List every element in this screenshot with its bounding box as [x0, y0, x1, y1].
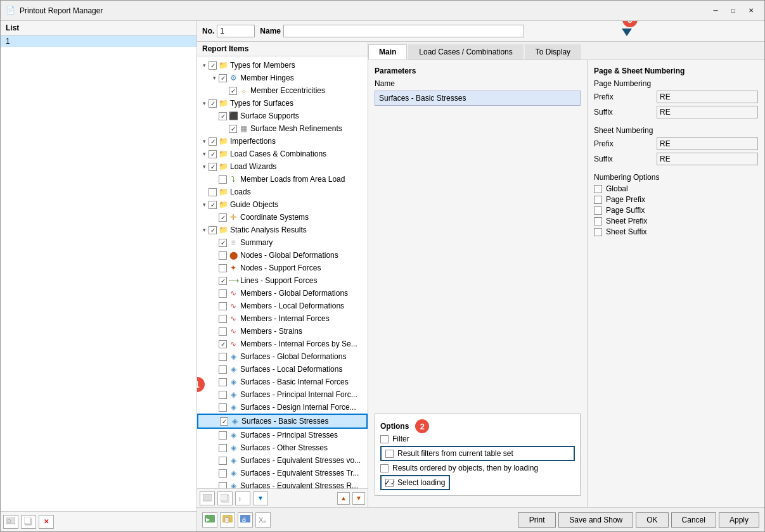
tree-checkbox[interactable] — [219, 315, 227, 323]
ok-button[interactable]: OK — [636, 512, 668, 528]
tree-checkbox[interactable] — [219, 469, 227, 478]
tree-checkbox[interactable] — [219, 277, 227, 285]
tree-item[interactable]: ▾ ⟶ Lines - Support Forces — [197, 274, 368, 287]
tree-item[interactable]: ▾ 📁 Types for Members — [197, 59, 368, 72]
tree-item[interactable]: ▾ ⬦ Member Eccentricities — [197, 84, 368, 97]
expand-icon[interactable]: ▾ — [200, 137, 209, 146]
tree-item[interactable]: ▾ ✦ Nodes - Support Forces — [197, 262, 368, 274]
toolbar-icon-2[interactable]: 📋 — [220, 512, 235, 528]
global-checkbox[interactable] — [594, 185, 602, 193]
filter-checkbox[interactable] — [380, 435, 389, 443]
results-ordered-checkbox[interactable] — [380, 464, 389, 472]
surfaces-basic-stresses-item[interactable]: ▾ ◈ Surfaces - Basic Stresses — [197, 414, 368, 429]
tree-item[interactable]: ▾ ◈ Surfaces - Design Internal Force... — [197, 401, 368, 414]
tree-item[interactable]: ▾ 📁 Guide Objects — [197, 198, 368, 211]
select-loading-checkbox[interactable]: ✓ — [385, 479, 394, 487]
tree-item[interactable]: ▾ ∿ Members - Local Deformations — [197, 300, 368, 312]
tree-item[interactable]: ▾ 📁 Static Analysis Results — [197, 224, 368, 236]
expand-icon[interactable]: ▾ — [200, 99, 209, 108]
tree-checkbox[interactable] — [209, 226, 217, 234]
print-button[interactable]: Print — [518, 512, 556, 528]
sheet-suffix-input[interactable] — [657, 153, 758, 165]
tree-item[interactable]: ▾ 📁 Imperfections — [197, 135, 368, 148]
sheet-suffix-checkbox[interactable] — [594, 228, 602, 236]
copy-list-button[interactable] — [21, 515, 36, 529]
tree-body[interactable]: 1 ▾ 📁 Types for Members ▾ — [197, 56, 368, 488]
tree-item[interactable]: ▾ ∿ Members - Internal Forces by Se... — [197, 338, 368, 350]
tree-checkbox[interactable] — [219, 175, 227, 184]
delete-list-button[interactable]: ✕ — [39, 515, 54, 529]
sheet-prefix-checkbox[interactable] — [594, 217, 602, 225]
tree-item[interactable]: ▾ ◈ Surfaces - Equivalent Stresses vo... — [197, 454, 368, 467]
tree-item[interactable]: ▾ ⚙ Member Hinges — [197, 72, 368, 84]
tree-checkbox[interactable] — [209, 188, 217, 196]
add-tree-button[interactable] — [200, 491, 215, 505]
toolbar-icon-4[interactable]: Xₐ — [255, 512, 271, 528]
expand-icon[interactable]: ▾ — [200, 225, 209, 234]
tree-item[interactable]: ▾ 📁 Load Wizards — [197, 160, 368, 173]
tree-item[interactable]: ▾ 📁 Types for Surfaces — [197, 97, 368, 110]
tree-checkbox[interactable] — [219, 391, 227, 399]
tree-checkbox[interactable] — [219, 340, 227, 348]
tree-item[interactable]: ▾ 📁 Load Cases & Combinations — [197, 148, 368, 160]
tree-checkbox[interactable] — [219, 289, 227, 298]
copy-tree-button[interactable] — [217, 491, 233, 505]
tree-checkbox[interactable] — [219, 365, 227, 374]
maximize-button[interactable]: □ — [725, 5, 742, 16]
move-up-button[interactable]: ▲ — [337, 492, 350, 505]
tree-checkbox[interactable] — [219, 482, 227, 489]
tree-checkbox[interactable] — [219, 302, 227, 310]
tree-item[interactable]: ▾ ∿ Members - Strains — [197, 325, 368, 338]
tree-item[interactable]: ▾ ◈ Surfaces - Basic Internal Forces — [197, 376, 368, 388]
tree-checkbox[interactable] — [219, 327, 227, 336]
close-button[interactable]: ✕ — [743, 5, 759, 16]
result-filters-row[interactable]: Result filters from current table set — [380, 446, 575, 461]
page-prefix-checkbox[interactable] — [594, 196, 602, 204]
tree-item[interactable]: ▾ ∿ Members - Global Deformations — [197, 287, 368, 300]
expand-icon[interactable]: ▾ — [200, 61, 209, 70]
tree-item[interactable]: ▾ ◈ Surfaces - Equivalent Stresses Tr... — [197, 467, 368, 479]
tree-checkbox[interactable] — [229, 87, 237, 95]
tree-checkbox[interactable] — [219, 403, 227, 412]
tree-checkbox[interactable] — [219, 457, 227, 465]
tree-checkbox[interactable] — [219, 213, 227, 222]
save-show-button[interactable]: Save and Show — [558, 512, 633, 528]
tree-item[interactable]: ▾ ▦ Surface Mesh Refinements — [197, 122, 368, 135]
tree-item[interactable]: ▾ ◈ Surfaces - Principal Internal Forc..… — [197, 388, 368, 401]
tree-checkbox[interactable] — [229, 125, 237, 133]
list-item[interactable]: 1 — [1, 35, 196, 47]
expand-icon[interactable]: ▾ — [210, 73, 219, 82]
sheet-prefix-input[interactable] — [657, 137, 758, 150]
tree-checkbox[interactable] — [220, 417, 228, 426]
tab-load-cases[interactable]: Load Cases / Combinations — [408, 44, 523, 60]
tree-checkbox[interactable] — [209, 61, 217, 70]
sort-tree-button[interactable]: ↕ — [235, 491, 250, 505]
tree-item[interactable]: ▾ ⬛ Surface Supports — [197, 110, 368, 122]
expand-icon[interactable]: ▾ — [200, 149, 209, 158]
tree-checkbox[interactable] — [219, 431, 227, 440]
filter-tree-button[interactable]: ▼ — [253, 491, 268, 505]
tree-item[interactable]: ▾ ◈ Surfaces - Local Deformations — [197, 363, 368, 376]
tree-item[interactable]: ▾ 📁 Loads — [197, 186, 368, 198]
tree-checkbox[interactable] — [219, 353, 227, 361]
apply-button[interactable]: Apply — [719, 512, 759, 528]
tree-item[interactable]: ▾ ◈ Surfaces - Global Deformations — [197, 350, 368, 363]
tree-item[interactable]: ▾ ≡ Summary — [197, 236, 368, 249]
tree-checkbox[interactable] — [209, 201, 217, 209]
page-prefix-input[interactable] — [657, 91, 758, 103]
no-input[interactable] — [217, 25, 255, 37]
toolbar-icon-3[interactable]: 🖨 — [238, 512, 253, 528]
expand-icon[interactable]: ▾ — [200, 200, 209, 209]
tree-item[interactable]: ▾ ⬤ Nodes - Global Deformations — [197, 249, 368, 262]
name-input[interactable] — [283, 25, 524, 37]
tree-item[interactable]: ▾ ⤵ Member Loads from Area Load — [197, 173, 368, 186]
tree-checkbox[interactable] — [209, 99, 217, 108]
add-list-button[interactable]: □ — [3, 515, 18, 529]
tree-checkbox[interactable] — [219, 112, 227, 120]
tree-item[interactable]: ▾ ◈ Surfaces - Equivalent Stresses R... — [197, 479, 368, 488]
move-down-button[interactable]: ▼ — [352, 492, 365, 505]
toolbar-icon-1[interactable]: ▶ — [202, 512, 217, 528]
tree-item[interactable]: ▾ ◈ Surfaces - Other Stresses — [197, 441, 368, 454]
tree-checkbox[interactable] — [219, 378, 227, 386]
expand-icon[interactable]: ▾ — [200, 162, 209, 171]
